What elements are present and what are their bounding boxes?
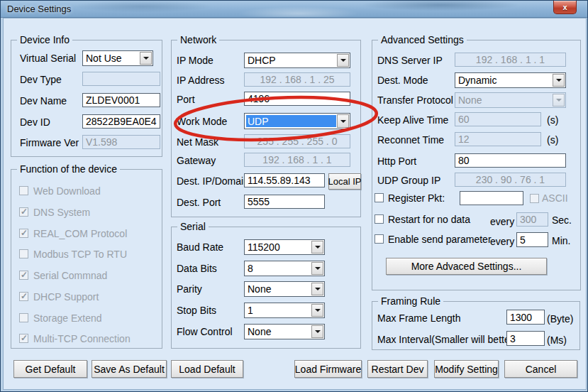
enable-every-label: every xyxy=(490,236,514,247)
keep-alive-field: 60 xyxy=(455,112,541,126)
dev-id-field[interactable]: 28522B9EA0E4 xyxy=(82,114,160,129)
max-interval-field[interactable]: 3 xyxy=(506,331,545,346)
work-mode-value: UDP xyxy=(246,115,336,127)
dest-port-label: Dest. Port xyxy=(177,197,221,208)
ip-address-label: IP Address xyxy=(177,75,224,86)
enable-minutes-field[interactable]: 5 xyxy=(516,232,548,247)
group-title-advanced: Advanced Settings xyxy=(378,34,467,45)
dest-mode-select[interactable]: Dynamic xyxy=(455,72,566,88)
group-title-functions: Function of the device xyxy=(17,163,120,175)
chevron-down-icon xyxy=(553,94,565,107)
checkbox-label: Multi-TCP Connection xyxy=(33,333,131,344)
max-frame-unit: (Byte) xyxy=(547,313,573,325)
restart-dev-button[interactable]: Restart Dev xyxy=(367,360,428,378)
window-title: Device Settings xyxy=(7,4,71,14)
cancel-button[interactable]: Cancel xyxy=(504,360,577,378)
restart-seconds-field: 300 xyxy=(516,212,548,227)
dev-id-label: Dev ID xyxy=(20,116,50,128)
stop-bits-select[interactable]: 1 xyxy=(244,303,325,318)
more-advanced-settings-button[interactable]: More Advaced Settings... xyxy=(386,258,547,275)
reconnet-time-field: 12 xyxy=(455,132,541,146)
parity-select[interactable]: None xyxy=(244,281,325,297)
net-mask-label: Net Mask xyxy=(177,136,218,148)
reconnet-time-label: Reconnet Time xyxy=(377,134,444,146)
dev-type-field xyxy=(82,72,160,86)
transfer-protocol-value: None xyxy=(458,94,565,106)
work-mode-select[interactable]: UDP xyxy=(244,113,350,129)
chevron-down-icon[interactable] xyxy=(311,304,323,317)
reconnet-time-unit: (s) xyxy=(547,134,558,146)
ip-mode-value: DHCP xyxy=(248,55,350,66)
checkbox-dns-system xyxy=(19,207,28,217)
stop-bits-label: Stop Bits xyxy=(177,305,216,316)
http-port-label: Http Port xyxy=(377,156,416,167)
dest-ip-label: Dest. IP/Domain xyxy=(177,175,249,187)
dest-ip-field[interactable]: 114.55.89.143 xyxy=(244,173,325,187)
chevron-down-icon[interactable] xyxy=(553,74,565,87)
keep-alive-unit: (s) xyxy=(547,114,558,126)
load-firmware-button[interactable]: Load Firmware xyxy=(294,360,362,378)
dest-mode-label: Dest. Mode xyxy=(377,75,428,86)
data-bits-select[interactable]: 8 xyxy=(244,261,325,276)
flow-control-select[interactable]: None xyxy=(244,324,325,339)
data-bits-label: Data Bits xyxy=(177,263,217,274)
title-bar[interactable]: Device Settings xyxy=(1,1,587,18)
dns-server-label: DNS Server IP xyxy=(377,55,443,66)
checkbox-label: DHCP Support xyxy=(33,291,99,303)
dev-type-label: Dev Type xyxy=(20,74,62,85)
group-title-serial: Serial xyxy=(177,221,209,232)
chevron-down-icon[interactable] xyxy=(311,283,323,295)
restart-no-data-label: Restart for no data xyxy=(388,214,470,225)
virtual-serial-select[interactable]: Not Use xyxy=(82,50,153,66)
restart-no-data-checkbox[interactable] xyxy=(375,214,384,224)
modify-setting-button[interactable]: Modify Setting xyxy=(434,360,499,378)
register-pkt-field[interactable] xyxy=(460,191,523,205)
chevron-down-icon[interactable] xyxy=(311,325,323,338)
group-title-device-info: Device Info xyxy=(17,34,72,45)
baud-rate-select[interactable]: 115200 xyxy=(244,239,325,255)
dest-port-field[interactable]: 5555 xyxy=(244,195,325,209)
ip-mode-select[interactable]: DHCP xyxy=(244,53,350,68)
ascii-checkbox xyxy=(530,194,539,203)
udp-group-label: UDP Group IP xyxy=(377,175,440,186)
close-icon[interactable]: x xyxy=(553,1,577,14)
parity-label: Parity xyxy=(177,283,202,295)
device-settings-dialog: Device Settings x Device Info Virtual Se… xyxy=(0,0,588,392)
chevron-down-icon[interactable] xyxy=(337,114,349,128)
local-ip-button[interactable]: Local IP xyxy=(328,173,361,190)
chevron-down-icon[interactable] xyxy=(140,52,152,65)
group-title-network: Network xyxy=(177,34,219,45)
checkbox-realcom-protocol xyxy=(19,229,28,238)
load-default-button[interactable]: Load Default xyxy=(171,360,243,378)
transfer-protocol-select: None xyxy=(455,92,566,108)
checkbox-serial-command xyxy=(19,271,28,280)
dev-name-field[interactable]: ZLDEV0001 xyxy=(82,93,160,107)
checkbox-multi-tcp xyxy=(19,334,28,343)
max-frame-length-field[interactable]: 1300 xyxy=(506,310,545,325)
get-default-button[interactable]: Get Default xyxy=(13,360,87,378)
ip-address-field: 192 . 168 . 1 . 25 xyxy=(244,72,350,87)
ascii-label: ASCII xyxy=(542,192,568,204)
ip-mode-label: IP Mode xyxy=(177,55,213,66)
register-pkt-checkbox[interactable] xyxy=(375,193,384,202)
save-as-default-button[interactable]: Save As Default xyxy=(91,360,167,378)
http-port-field[interactable]: 80 xyxy=(455,153,566,168)
checkbox-storage-extend xyxy=(19,313,28,322)
port-label: Port xyxy=(177,94,195,105)
port-field[interactable]: 4196 xyxy=(244,92,350,106)
firmware-ver-field: V1.598 xyxy=(82,135,160,149)
enable-send-param-checkbox[interactable] xyxy=(375,234,384,244)
group-title-framing: Framing Rule xyxy=(378,295,443,307)
virtual-serial-label: Virtual Serial xyxy=(20,53,76,64)
checkbox-modbus-tcp xyxy=(19,249,28,258)
chevron-down-icon[interactable] xyxy=(311,241,323,254)
chevron-down-icon[interactable] xyxy=(311,262,323,275)
checkbox-web-download xyxy=(19,186,28,195)
firmware-ver-label: Firmware Ver xyxy=(20,137,79,148)
dest-mode-value: Dynamic xyxy=(458,75,565,86)
baud-rate-label: Baud Rate xyxy=(177,241,223,253)
transfer-protocol-label: Transfer Protocol xyxy=(377,94,453,106)
chevron-down-icon[interactable] xyxy=(337,54,349,67)
checkbox-label: Web Download xyxy=(33,185,101,197)
max-interval-unit: (Ms) xyxy=(547,334,567,346)
